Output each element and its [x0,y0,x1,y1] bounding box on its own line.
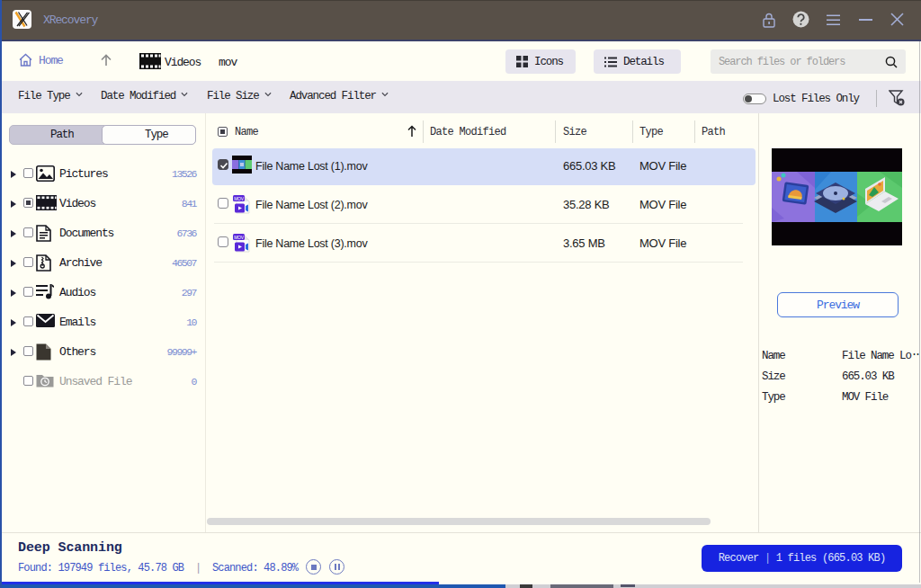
svg-text:MOV: MOV [234,196,245,201]
svg-text:MOV: MOV [234,235,245,240]
